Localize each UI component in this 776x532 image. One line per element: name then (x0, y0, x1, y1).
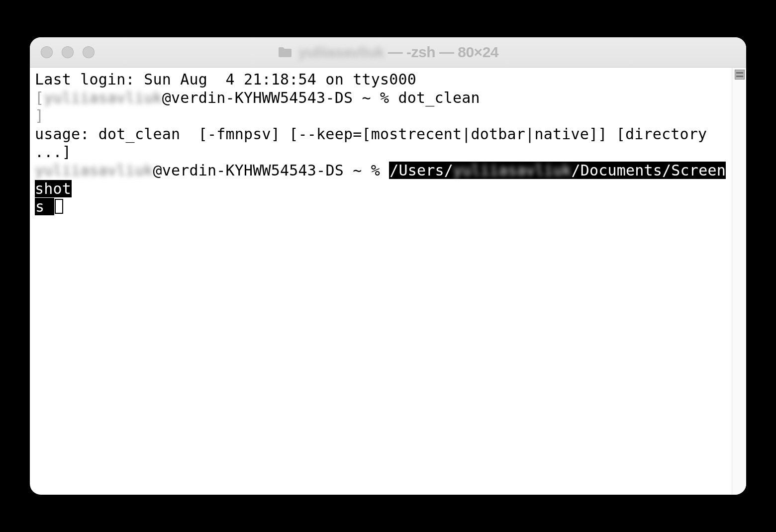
minimize-icon[interactable] (62, 46, 74, 58)
terminal-window: yuliiasavliuk — -zsh — 80×24 Last login:… (30, 37, 746, 495)
scrollbar[interactable] (732, 68, 746, 495)
prompt-host: @verdin-KYHWW54543-DS (162, 89, 353, 106)
folder-icon (278, 46, 292, 58)
usage-line: usage: dot_clean [-fmnpsv] [--keep=[most… (35, 125, 716, 161)
prompt-user-2: yuliiasavliuk (35, 162, 153, 179)
prompt-user: yuliiasavliuk (44, 89, 162, 106)
prompt-host-2: @verdin-KYHWW54543-DS (153, 162, 344, 179)
titlebar[interactable]: yuliiasavliuk — -zsh — 80×24 (30, 37, 746, 68)
window-title: yuliiasavliuk — -zsh — 80×24 (30, 44, 746, 61)
last-login-line: Last login: Sun Aug 4 21:18:54 on ttys00… (35, 71, 416, 88)
prompt-tail: ~ % (353, 89, 398, 106)
zoom-icon[interactable] (83, 46, 95, 58)
prompt-tail-2: ~ % (344, 162, 389, 179)
title-suffix: — -zsh — 80×24 (384, 44, 498, 60)
close-icon[interactable] (41, 46, 53, 58)
command-1: dot_clean (398, 89, 480, 106)
text-cursor (55, 199, 63, 214)
terminal-output[interactable]: Last login: Sun Aug 4 21:18:54 on ttys00… (30, 68, 732, 495)
scroll-marker-icon (735, 70, 745, 80)
content-area: Last login: Sun Aug 4 21:18:54 on ttys00… (30, 68, 746, 495)
title-username: yuliiasavliuk (298, 44, 384, 60)
selected-path-wrap: s (35, 198, 54, 215)
window-controls (30, 46, 95, 58)
